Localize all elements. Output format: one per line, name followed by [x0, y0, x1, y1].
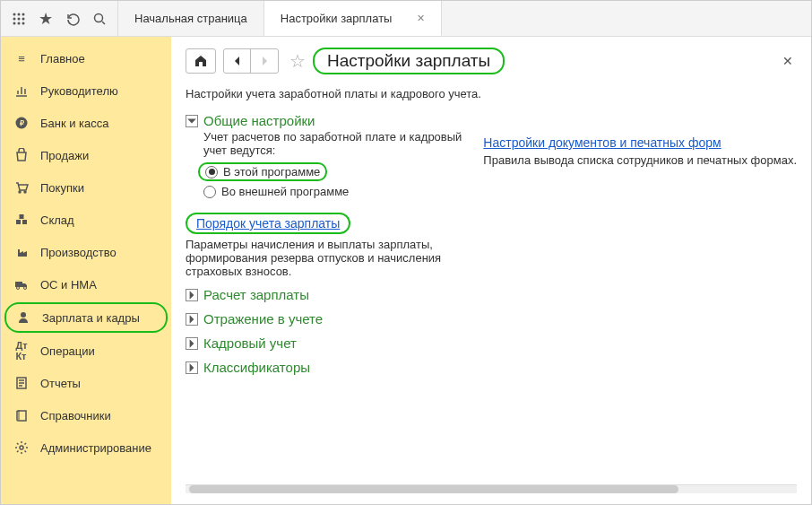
- menu-icon: ≡: [13, 50, 30, 66]
- general-note: Учет расчетов по заработной плате и кадр…: [203, 130, 462, 157]
- svg-rect-15: [22, 220, 27, 224]
- sidebar-item-reports[interactable]: Отчеты: [1, 367, 171, 399]
- expand-icon: [186, 313, 198, 326]
- sidebar-item-purchases[interactable]: Покупки: [1, 171, 171, 204]
- sidebar-item-main[interactable]: ≡Главное: [1, 42, 171, 74]
- section-title: Общие настройки: [203, 113, 315, 128]
- cart-icon: [13, 179, 30, 196]
- sidebar: ≡Главное Руководителю ₽Банк и касса Прод…: [1, 37, 171, 504]
- radio-icon: [203, 186, 216, 198]
- link-salary-order-hint: Параметры начисления и выплаты зарплаты,…: [186, 238, 462, 278]
- main-panel: ☆ Настройки зарплаты ✕ Настройки учета з…: [171, 37, 811, 504]
- expand-icon: [186, 361, 198, 374]
- svg-rect-17: [15, 282, 22, 287]
- sidebar-item-label: Производство: [40, 246, 117, 259]
- collapse-icon: [186, 115, 198, 127]
- sidebar-item-production[interactable]: Производство: [1, 236, 171, 268]
- sidebar-item-label: Банк и касса: [40, 117, 109, 130]
- star-icon[interactable]: ★: [35, 8, 56, 30]
- radio-icon: [205, 166, 218, 178]
- tab-label: Настройки зарплаты: [281, 12, 393, 25]
- svg-point-2: [22, 13, 25, 15]
- sidebar-item-bank[interactable]: ₽Банк и касса: [1, 107, 171, 139]
- tab-strip: Начальная страница Настройки зарплаты ✕: [118, 1, 442, 36]
- section-general-header[interactable]: Общие настройки: [186, 113, 797, 128]
- sidebar-item-label: Главное: [40, 52, 85, 65]
- chart-icon: [13, 83, 30, 99]
- radio-label: В этой программе: [223, 165, 320, 178]
- link-salary-order[interactable]: Порядок учета зарплаты: [196, 216, 340, 231]
- page-title: Настройки зарплаты: [327, 51, 490, 70]
- gear-icon: [13, 440, 30, 456]
- sidebar-item-label: Операции: [40, 344, 95, 358]
- sidebar-item-sales[interactable]: Продажи: [1, 139, 171, 171]
- nav-buttons: [223, 48, 279, 74]
- section-salary-calc[interactable]: Расчет зарплаты: [186, 287, 462, 302]
- factory-icon: [13, 244, 30, 260]
- sidebar-item-operations[interactable]: ДтКтОперации: [1, 335, 171, 367]
- svg-point-1: [18, 13, 21, 15]
- tab-salary-settings[interactable]: Настройки зарплаты ✕: [264, 1, 443, 36]
- page-title-highlight: Настройки зарплаты: [313, 48, 505, 74]
- sidebar-item-label: Администрирование: [40, 441, 151, 455]
- svg-rect-14: [16, 220, 21, 224]
- home-button[interactable]: [186, 48, 216, 74]
- tab-label: Начальная страница: [134, 12, 247, 25]
- search-icon[interactable]: [89, 8, 110, 30]
- link-document-settings[interactable]: Настройки документов и печатных форм: [483, 135, 721, 150]
- sidebar-item-label: Руководителю: [40, 84, 118, 98]
- section-title: Кадровый учет: [203, 335, 297, 351]
- svg-point-3: [13, 17, 16, 20]
- truck-icon: [13, 276, 30, 292]
- book-icon: [13, 407, 30, 423]
- section-title: Отражение в учете: [203, 311, 323, 327]
- svg-point-22: [20, 446, 23, 449]
- svg-point-7: [18, 22, 21, 24]
- radio-label: Во внешней программе: [221, 185, 349, 198]
- forward-button[interactable]: [251, 49, 278, 73]
- section-title: Расчет зарплаты: [203, 287, 309, 302]
- favorite-icon[interactable]: ☆: [289, 50, 306, 72]
- svg-text:₽: ₽: [20, 119, 24, 127]
- sidebar-item-label: Справочники: [40, 409, 111, 422]
- svg-point-6: [13, 22, 16, 24]
- svg-point-5: [22, 17, 25, 20]
- svg-point-4: [18, 17, 21, 20]
- section-classifiers[interactable]: Классификаторы: [186, 360, 462, 375]
- sidebar-item-label: ОС и НМА: [40, 278, 97, 292]
- svg-point-19: [24, 287, 27, 290]
- sidebar-item-label: Склад: [40, 213, 74, 227]
- sidebar-item-label: Отчеты: [40, 377, 81, 390]
- sidebar-item-reference[interactable]: Справочники: [1, 399, 171, 431]
- close-icon[interactable]: ✕: [782, 54, 797, 68]
- section-accounting-reflection[interactable]: Отражение в учете: [186, 311, 462, 327]
- svg-point-20: [21, 312, 26, 318]
- svg-point-9: [95, 13, 103, 22]
- history-icon[interactable]: [62, 8, 83, 30]
- apps-grid-icon[interactable]: [8, 8, 30, 30]
- radio-external-program[interactable]: Во внешней программе: [203, 185, 462, 198]
- sidebar-item-manager[interactable]: Руководителю: [1, 74, 171, 107]
- report-icon: [13, 375, 30, 391]
- back-button[interactable]: [224, 49, 251, 73]
- svg-point-13: [24, 191, 26, 193]
- svg-point-12: [19, 191, 21, 193]
- top-toolbar: ★ Начальная страница Настройки зарплаты …: [1, 1, 811, 37]
- person-icon: [15, 309, 31, 326]
- sidebar-item-assets[interactable]: ОС и НМА: [1, 268, 171, 300]
- svg-point-8: [22, 22, 25, 24]
- close-icon[interactable]: ✕: [417, 13, 425, 24]
- section-hr-record[interactable]: Кадровый учет: [186, 335, 462, 351]
- horizontal-scrollbar[interactable]: [186, 484, 797, 493]
- sidebar-item-warehouse[interactable]: Склад: [1, 204, 171, 236]
- sidebar-item-admin[interactable]: Администрирование: [1, 431, 171, 464]
- expand-icon: [186, 337, 198, 350]
- expand-icon: [186, 289, 198, 301]
- sidebar-item-label: Покупки: [40, 181, 84, 195]
- section-title: Классификаторы: [203, 360, 310, 375]
- bag-icon: [13, 147, 30, 163]
- tab-home[interactable]: Начальная страница: [118, 1, 264, 36]
- sidebar-item-salary[interactable]: Зарплата и кадры: [4, 302, 168, 333]
- radio-this-program[interactable]: В этой программе: [198, 162, 327, 181]
- page-description: Настройки учета заработной платы и кадро…: [186, 87, 797, 100]
